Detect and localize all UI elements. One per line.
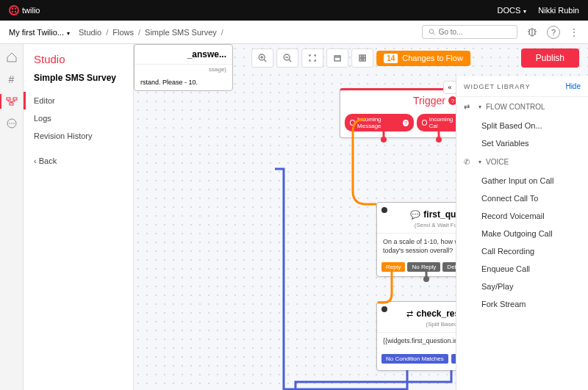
svg-point-1 bbox=[12, 8, 13, 10]
widget-sayplay[interactable]: Say/Play bbox=[456, 278, 588, 295]
changes-label: Changes to Flow bbox=[402, 54, 463, 62]
widget-library-panel: « WIDGET LIBRARY Hide ⇄▾FLOW CONTROL Spl… bbox=[456, 76, 588, 390]
twilio-logo-icon bbox=[9, 5, 19, 15]
category-voice[interactable]: ✆▾VOICE bbox=[456, 152, 588, 172]
trigger-out-message[interactable]: Incoming Message bbox=[345, 114, 414, 131]
rail-numbers[interactable]: # bbox=[4, 72, 19, 87]
svg-rect-33 bbox=[359, 55, 365, 61]
svg-point-21 bbox=[13, 123, 15, 124]
widget-recording[interactable]: Call Recording bbox=[456, 242, 588, 260]
svg-point-41 bbox=[423, 276, 429, 282]
chevron-down-icon: ▾ bbox=[478, 159, 481, 165]
debug-icon[interactable] bbox=[526, 26, 538, 39]
panel-title: WIDGET LIBRARY bbox=[464, 83, 531, 90]
svg-line-23 bbox=[264, 59, 266, 62]
widget-gather[interactable]: Gather Input on Call bbox=[456, 172, 588, 189]
widget-enqueue[interactable]: Enqueue Call bbox=[456, 260, 588, 278]
hide-panel-link[interactable]: Hide bbox=[565, 82, 581, 90]
top-nav: twilio DOCS▾ Nikki Rubin bbox=[0, 0, 588, 21]
changes-indicator[interactable]: 14 Changes to Flow bbox=[376, 51, 470, 66]
subheader: My first Twilio...▾ Studio / Flows / Sim… bbox=[0, 21, 588, 44]
svg-line-11 bbox=[528, 29, 530, 30]
svg-rect-29 bbox=[334, 56, 340, 61]
svg-line-6 bbox=[433, 33, 434, 35]
grid-button[interactable] bbox=[351, 48, 373, 68]
widget-body: rstand. Please - 10. bbox=[135, 74, 232, 90]
svg-rect-16 bbox=[13, 98, 17, 100]
widget-record-vm[interactable]: Record Voicemail bbox=[456, 207, 588, 225]
search-icon bbox=[429, 28, 436, 36]
widget-outgoing[interactable]: Make Outgoing Call bbox=[456, 225, 588, 242]
help-button[interactable]: ? bbox=[547, 26, 560, 39]
calendar-button[interactable] bbox=[326, 48, 348, 68]
brand-logo[interactable]: twilio bbox=[9, 5, 40, 15]
breadcrumb[interactable]: Flows bbox=[112, 28, 134, 37]
breadcrumb[interactable]: Studio bbox=[79, 28, 101, 37]
split-icon: ⇄ bbox=[406, 309, 413, 318]
widget-setvars[interactable]: Set Variables bbox=[456, 134, 588, 152]
zoom-in-button[interactable] bbox=[251, 48, 273, 68]
svg-point-0 bbox=[10, 6, 18, 15]
svg-line-12 bbox=[534, 29, 536, 30]
message-icon: 💬 bbox=[410, 210, 420, 219]
flow-name: Simple SMS Survey bbox=[24, 73, 133, 92]
sidebar-item-logs[interactable]: Logs bbox=[24, 109, 133, 127]
category-flow-control[interactable]: ⇄▾FLOW CONTROL bbox=[456, 97, 588, 117]
svg-point-5 bbox=[429, 29, 434, 34]
svg-point-2 bbox=[15, 8, 16, 10]
svg-point-19 bbox=[9, 123, 10, 124]
user-menu[interactable]: Nikki Rubin bbox=[538, 6, 579, 15]
nav-rail: # bbox=[0, 44, 24, 390]
overflow-menu[interactable]: ⋮ bbox=[569, 26, 579, 38]
collapse-panel-button[interactable]: « bbox=[443, 81, 456, 94]
brand-name: twilio bbox=[22, 6, 40, 15]
svg-point-3 bbox=[12, 11, 13, 12]
widget-fork[interactable]: Fork Stream bbox=[456, 295, 588, 313]
phone-icon: ✆ bbox=[464, 158, 474, 166]
svg-rect-17 bbox=[10, 103, 13, 105]
svg-rect-15 bbox=[7, 98, 10, 100]
widget-title: _answe... bbox=[135, 45, 232, 65]
project-dropdown[interactable]: My first Twilio...▾ bbox=[9, 28, 70, 37]
zoom-out-button[interactable] bbox=[276, 48, 298, 68]
chevron-down-icon: ▾ bbox=[523, 8, 526, 15]
input-port[interactable] bbox=[381, 207, 387, 213]
widget-subtitle: ssage) bbox=[135, 65, 232, 74]
svg-point-4 bbox=[15, 11, 16, 12]
back-link[interactable]: ‹ Back bbox=[24, 145, 133, 165]
partial-widget[interactable]: _answe... ssage) rstand. Please - 10. bbox=[134, 44, 233, 91]
out-nomatch[interactable]: No Condition Matches bbox=[381, 354, 448, 364]
sidebar-item-editor[interactable]: Editor bbox=[24, 92, 133, 109]
side-panel: Studio Simple SMS Survey Editor Logs Rev… bbox=[24, 44, 134, 390]
input-port[interactable] bbox=[381, 306, 387, 312]
trigger-title: Trigger bbox=[413, 95, 445, 106]
flow-canvas[interactable]: 14 Changes to Flow Publish Trigger? ⚙ bbox=[134, 44, 588, 390]
rail-home[interactable] bbox=[4, 50, 19, 65]
docs-link[interactable]: DOCS▾ bbox=[498, 6, 527, 15]
out-noreply[interactable]: No Reply bbox=[407, 262, 440, 272]
panel-title: Studio bbox=[24, 53, 133, 73]
out-reply[interactable]: Reply bbox=[381, 262, 405, 272]
canvas-toolbar: 14 Changes to Flow bbox=[251, 48, 470, 68]
changes-count: 14 bbox=[384, 54, 398, 63]
fit-button[interactable] bbox=[301, 48, 323, 68]
flow-icon: ⇄ bbox=[464, 103, 474, 111]
breadcrumb[interactable]: Simple SMS Survey bbox=[145, 28, 217, 37]
svg-line-27 bbox=[289, 59, 291, 62]
widget-split[interactable]: Split Based On... bbox=[456, 117, 588, 134]
rail-more[interactable] bbox=[4, 116, 19, 131]
search-input[interactable] bbox=[439, 28, 511, 36]
chevron-down-icon: ▾ bbox=[478, 104, 481, 110]
sidebar-item-revision[interactable]: Revision History bbox=[24, 127, 133, 145]
widget-connect[interactable]: Connect Call To bbox=[456, 189, 588, 207]
svg-point-20 bbox=[11, 123, 12, 124]
chevron-down-icon: ▾ bbox=[67, 30, 70, 37]
publish-button[interactable]: Publish bbox=[521, 48, 579, 68]
rail-studio[interactable] bbox=[4, 94, 19, 109]
global-search[interactable] bbox=[422, 25, 517, 39]
